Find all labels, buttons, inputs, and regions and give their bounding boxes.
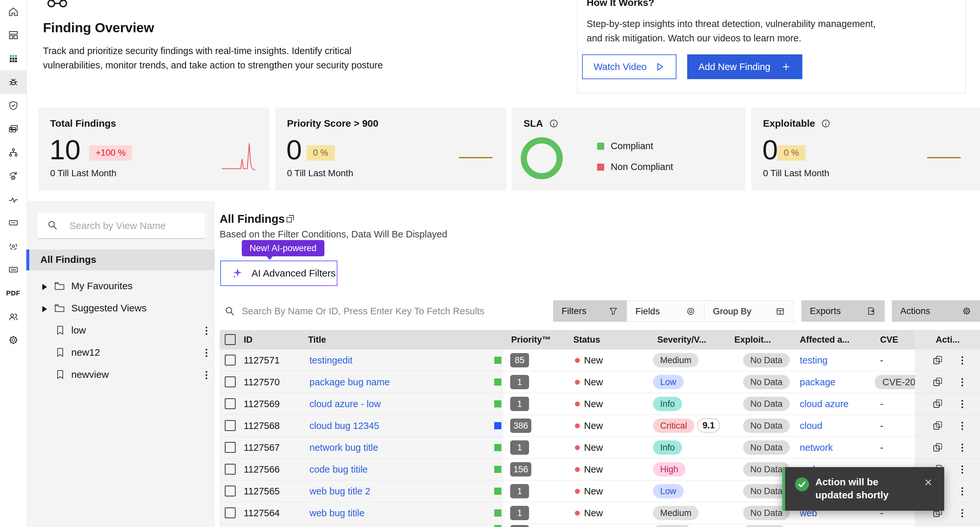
nav-settings-icon[interactable]	[0, 328, 26, 352]
exploitable-info-icon[interactable]	[821, 118, 830, 128]
ai-new-badge: New! AI-powered	[242, 240, 325, 256]
view-search-input[interactable]	[68, 213, 200, 238]
kebab-menu-icon[interactable]	[957, 420, 967, 431]
copy-icon[interactable]	[932, 398, 943, 410]
row-checkbox[interactable]	[225, 464, 235, 474]
col-priority[interactable]: Priority™	[511, 330, 551, 350]
row-actions	[915, 371, 980, 393]
affected-link[interactable]: cloud azure	[800, 393, 848, 415]
affected-link[interactable]: cloud	[800, 415, 822, 436]
priority-badge: 1	[510, 440, 529, 455]
kebab-menu-icon[interactable]	[957, 442, 967, 454]
priority-badge: 85	[510, 353, 529, 367]
nav-report-card-icon[interactable]	[0, 258, 26, 281]
table-search-input[interactable]	[241, 300, 535, 322]
status-dot	[575, 358, 580, 363]
affected-link[interactable]: network	[800, 437, 833, 458]
export-icon	[867, 306, 876, 316]
copy-icon[interactable]	[932, 420, 943, 431]
nav-activity-icon[interactable]	[0, 188, 26, 211]
kebab-menu-icon[interactable]	[957, 355, 967, 366]
view-kebab-menu-icon[interactable]	[201, 347, 212, 359]
kebab-menu-icon[interactable]	[957, 507, 967, 519]
caret-right-icon[interactable]	[42, 284, 48, 290]
kebab-menu-icon[interactable]	[957, 485, 967, 497]
ai-advanced-filters-button[interactable]: AI Advanced Filters	[220, 260, 337, 286]
col-status[interactable]: Status	[573, 330, 600, 350]
nav-pdf-icon[interactable]: PDF	[0, 281, 26, 305]
nav-users-icon[interactable]	[0, 305, 26, 328]
row-checkbox[interactable]	[225, 508, 235, 518]
table-search	[220, 300, 552, 322]
finding-title-link[interactable]: package bug name	[309, 371, 390, 393]
nav-data-tables-icon[interactable]	[0, 117, 26, 141]
legend-non-compliant-label: Non Compliant	[611, 161, 673, 172]
col-id[interactable]: ID	[244, 330, 253, 350]
actions-button[interactable]: Actions	[892, 300, 980, 322]
nav-shield-check-icon[interactable]	[0, 94, 26, 117]
finding-title-link[interactable]: testingedit	[309, 350, 352, 371]
view-kebab-menu-icon[interactable]	[201, 369, 212, 381]
priority-badge	[510, 525, 529, 527]
status-dot	[575, 423, 580, 428]
nav-findings-bug-icon[interactable]	[0, 70, 26, 94]
row-checkbox[interactable]	[225, 442, 235, 453]
filters-button[interactable]: Filters	[553, 300, 627, 322]
row-checkbox[interactable]	[225, 377, 235, 387]
page-title: Finding Overview	[43, 20, 154, 35]
finding-title-link[interactable]: code bug titile	[309, 458, 368, 480]
nav-home-icon[interactable]	[0, 0, 26, 24]
col-title[interactable]: Title	[308, 330, 326, 350]
row-actions	[915, 415, 980, 436]
view-item-low[interactable]: low	[26, 319, 215, 341]
row-checkbox[interactable]	[225, 398, 235, 409]
expand-view-icon[interactable]	[285, 213, 296, 224]
nav-hierarchy-icon[interactable]	[0, 141, 26, 164]
col-exploit[interactable]: Exploit...	[734, 330, 771, 350]
copy-icon[interactable]	[932, 442, 943, 454]
col-cve[interactable]: CVE	[880, 330, 898, 350]
nav-dashboard-icon[interactable]	[0, 24, 26, 47]
kebab-menu-icon[interactable]	[957, 398, 967, 410]
tree-folder-my-favourites[interactable]: My Favourites	[26, 275, 215, 297]
col-severity[interactable]: Severity/V...	[657, 330, 706, 350]
view-item-newview[interactable]: newview	[26, 364, 215, 386]
view-item-new12[interactable]: new12	[26, 342, 215, 364]
fields-button[interactable]: Fields	[627, 301, 704, 322]
caret-right-icon[interactable]	[42, 306, 48, 312]
finding-title-link[interactable]: network bug title	[309, 437, 378, 458]
watch-video-button[interactable]: Watch Video	[582, 54, 676, 79]
views-panel: All Findings My Favourites Suggested Vie…	[26, 201, 215, 527]
fields-groupby-group: Fields Group By	[627, 300, 794, 322]
view-item-all-findings[interactable]: All Findings	[26, 249, 215, 270]
finding-title-link[interactable]: cloud bug 12345	[309, 415, 379, 436]
view-kebab-menu-icon[interactable]	[201, 325, 212, 337]
row-checkbox[interactable]	[225, 355, 235, 366]
exports-button[interactable]: Exports	[801, 300, 885, 322]
add-new-finding-button[interactable]: Add New Finding	[687, 54, 802, 79]
tree-folder-suggested-views[interactable]: Suggested Views	[26, 297, 215, 319]
select-all-checkbox[interactable]	[225, 334, 235, 345]
row-checkbox[interactable]	[225, 485, 235, 497]
copy-icon[interactable]	[932, 355, 943, 366]
nav-apps-grid-icon[interactable]	[0, 47, 26, 70]
finding-title-link[interactable]: cloud azure - low	[309, 393, 381, 415]
row-checkbox[interactable]	[225, 420, 235, 431]
finding-title-link[interactable]: web bug titile	[309, 502, 364, 524]
kebab-menu-icon[interactable]	[957, 376, 967, 388]
selected-indicator	[26, 249, 29, 270]
finding-id: 1127564	[244, 502, 280, 524]
copy-icon[interactable]	[932, 376, 943, 388]
nav-auto-remediate-icon[interactable]	[0, 164, 26, 188]
status-text: New	[584, 350, 603, 371]
affected-link[interactable]: package	[800, 371, 835, 393]
nav-ticket-icon[interactable]	[0, 211, 26, 235]
affected-link[interactable]: testing	[800, 350, 827, 371]
col-affected[interactable]: Affected a...	[800, 330, 850, 350]
nav-scan-monitor-icon[interactable]	[0, 235, 26, 258]
sla-info-icon[interactable]	[549, 118, 558, 128]
close-icon[interactable]	[923, 477, 933, 487]
group-by-button[interactable]: Group By	[705, 301, 794, 322]
finding-title-link[interactable]: web bug title 2	[309, 481, 370, 502]
kebab-menu-icon[interactable]	[957, 463, 967, 475]
